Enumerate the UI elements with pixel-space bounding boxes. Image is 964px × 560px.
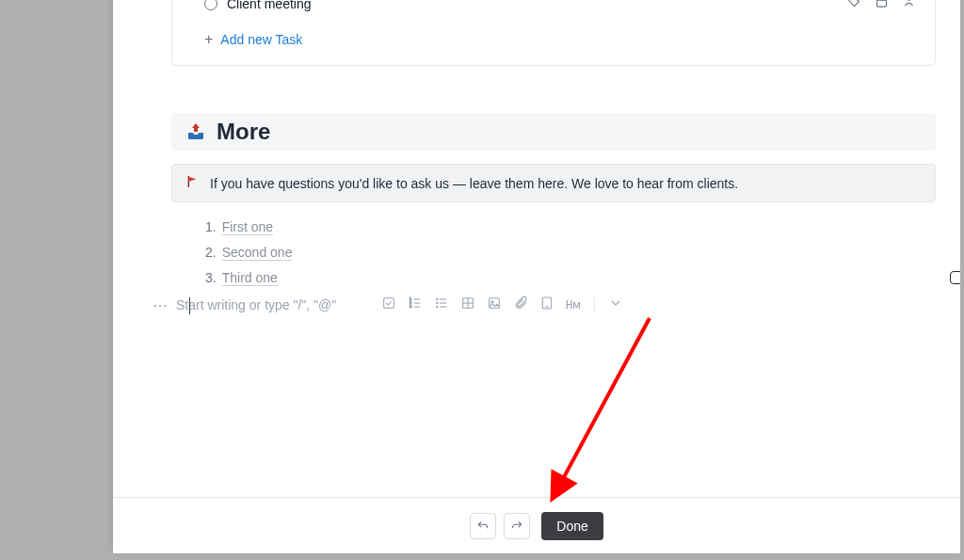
svg-rect-22 bbox=[490, 298, 500, 309]
attachment-icon[interactable] bbox=[513, 296, 528, 314]
inline-toolbar: 123 Hᴍ bbox=[381, 296, 623, 314]
text-cursor bbox=[189, 297, 190, 314]
flag-icon bbox=[185, 174, 201, 192]
editor-input[interactable] bbox=[176, 297, 364, 312]
inbox-icon bbox=[183, 119, 209, 145]
assignee-icon[interactable] bbox=[902, 0, 916, 12]
task-title: Client meeting bbox=[227, 0, 312, 11]
list-item-text: First one bbox=[222, 219, 273, 235]
undo-button[interactable] bbox=[470, 513, 496, 539]
svg-point-17 bbox=[437, 302, 438, 303]
done-button[interactable]: Done bbox=[541, 512, 602, 540]
task-checkbox-icon[interactable] bbox=[204, 0, 217, 10]
panel-content: Client meeting + Add new Task bbox=[113, 0, 960, 497]
svg-point-23 bbox=[491, 301, 493, 303]
drag-handle-icon[interactable]: ⋯ bbox=[153, 296, 169, 314]
svg-point-18 bbox=[437, 306, 438, 307]
list-item[interactable]: 2. Second one bbox=[205, 245, 936, 261]
list-item[interactable]: 3. Third one bbox=[205, 270, 936, 286]
more-tools-icon[interactable] bbox=[608, 296, 623, 314]
list-item-number: 2. bbox=[205, 245, 217, 261]
info-text: If you have questions you'd like to ask … bbox=[210, 176, 738, 191]
plus-icon: + bbox=[204, 31, 213, 48]
bulleted-list-icon[interactable] bbox=[434, 296, 449, 314]
numbered-list-icon[interactable]: 123 bbox=[408, 296, 423, 314]
more-section-header: More bbox=[171, 113, 936, 151]
svg-text:3: 3 bbox=[410, 304, 412, 309]
list-item-text: Second one bbox=[222, 245, 293, 261]
add-task-button[interactable]: + Add new Task bbox=[182, 18, 925, 52]
list-item-text: Third one bbox=[222, 270, 278, 286]
list-item-number: 3. bbox=[205, 270, 217, 286]
add-task-label: Add new Task bbox=[220, 32, 302, 47]
heading-icon[interactable]: Hᴍ bbox=[566, 297, 581, 312]
checkbox-block-icon[interactable] bbox=[381, 296, 396, 314]
panel-footer: Done bbox=[113, 497, 960, 553]
date-delete-icon[interactable] bbox=[875, 0, 889, 12]
svg-rect-6 bbox=[384, 298, 394, 309]
ordered-list: 1. First one 2. Second one 3. Third one bbox=[205, 219, 936, 286]
info-callout: If you have questions you'd like to ask … bbox=[171, 164, 936, 202]
image-icon[interactable] bbox=[487, 296, 502, 314]
svg-rect-1 bbox=[877, 0, 887, 7]
table-icon[interactable] bbox=[460, 296, 475, 314]
help-icon[interactable] bbox=[950, 271, 960, 284]
toolbar-separator bbox=[594, 297, 595, 312]
editor-line: ⋯ 123 Hᴍ bbox=[156, 296, 936, 314]
tag-icon[interactable] bbox=[847, 0, 861, 12]
task-row-actions bbox=[847, 0, 916, 12]
task-row[interactable]: Client meeting bbox=[182, 0, 925, 18]
svg-point-16 bbox=[437, 298, 438, 299]
list-item-number: 1. bbox=[205, 219, 217, 235]
editor-panel: Client meeting + Add new Task bbox=[113, 0, 960, 553]
redo-button[interactable] bbox=[504, 513, 530, 539]
list-item[interactable]: 1. First one bbox=[205, 219, 936, 235]
embed-icon[interactable] bbox=[539, 296, 554, 314]
task-card: Client meeting + Add new Task bbox=[171, 0, 936, 66]
more-section-title: More bbox=[217, 119, 270, 145]
